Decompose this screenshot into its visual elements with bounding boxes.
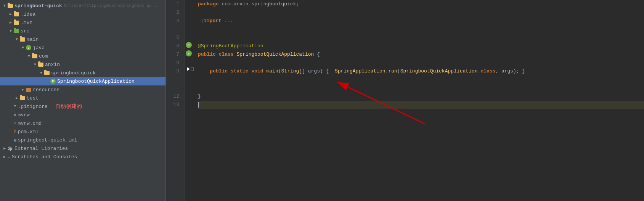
folder-icon-java: J xyxy=(26,45,31,50)
sidebar-item-mvn[interactable]: .mvn xyxy=(0,18,165,27)
tree-arrow-idea xyxy=(8,11,14,17)
sidebar-item-idea[interactable]: .idea xyxy=(0,10,165,18)
line-num-11 xyxy=(166,84,181,92)
folder-icon-mvn xyxy=(14,21,19,25)
sidebar-item-root[interactable]: springboot-quick G:\Java\Y2\SpringBoot\s… xyxy=(0,2,165,10)
tree-arrow-anxin xyxy=(32,61,38,68)
sidebar-item-main[interactable]: main xyxy=(0,35,165,43)
line-numbers: 1 2 3 5 6 7 8 9 12 13 xyxy=(166,0,185,201)
folder-icon-test xyxy=(20,96,25,100)
folder-icon-anxin xyxy=(38,63,43,67)
sidebar-item-gitignore[interactable]: ≡ .gitignore 自动创建的 xyxy=(0,102,165,111)
folder-icon-resources xyxy=(26,88,31,92)
annotation-label: 自动创建的 xyxy=(55,103,82,110)
collapse-import[interactable]: + xyxy=(198,19,202,23)
line-num-2: 2 xyxy=(166,8,181,17)
line-num-4 xyxy=(166,25,181,34)
label-ext-libs: External Libraries xyxy=(14,146,68,151)
line-num-12: 12 xyxy=(166,92,181,101)
sidebar-item-com[interactable]: com xyxy=(0,52,165,60)
label-mvnwcmd: mvnw.cmd xyxy=(18,121,42,126)
sidebar-item-test[interactable]: test xyxy=(0,94,165,102)
folder-icon-root xyxy=(8,4,13,8)
sidebar-item-app-class[interactable]: e SpringbootQuickApplication xyxy=(0,77,165,85)
sidebar-item-ext-libs[interactable]: 📚 External Libraries xyxy=(0,144,165,153)
root-path: G:\Java\Y2\SpringBoot\springboot-qu... xyxy=(64,3,159,8)
tree-arrow-gitignore xyxy=(8,103,14,109)
line-num-6: 6 xyxy=(166,42,181,50)
folder-icon-com xyxy=(32,54,37,58)
folder-icon-springbootquick xyxy=(44,71,50,75)
line-num-7: 7 xyxy=(166,50,181,59)
editor-area[interactable]: 1 2 3 5 6 7 8 9 12 13 ⟳ e xyxy=(166,0,644,201)
label-mvnw: mvnw xyxy=(18,112,30,118)
folder-icon-main xyxy=(20,37,25,42)
sidebar-item-springbootquick[interactable]: springbootquick xyxy=(0,69,165,77)
sidebar-item-src[interactable]: src xyxy=(0,27,165,35)
line-num-13: 13 xyxy=(166,101,181,109)
code-area[interactable]: package com.anxin.springbootquick; + imp… xyxy=(193,0,644,201)
cursor xyxy=(198,102,199,108)
line-num-3: 3 xyxy=(166,17,181,25)
tree-arrow-ext-libs xyxy=(2,145,8,151)
mvnwcmd-icon: ≡ xyxy=(14,121,16,125)
run-button-line9[interactable] xyxy=(186,67,190,71)
sidebar-item-anxin[interactable]: anxin xyxy=(0,60,165,69)
ext-libs-icon: 📚 xyxy=(8,146,13,151)
code-line-13 xyxy=(198,101,644,109)
tree-arrow-app-class xyxy=(44,78,50,84)
tree-arrow-mvn xyxy=(8,19,14,26)
line-num-10 xyxy=(166,76,181,84)
label-scratches: Scratches and Consoles xyxy=(12,154,77,160)
tree-arrow-resources xyxy=(20,87,26,93)
label-gitignore: .gitignore xyxy=(18,104,48,109)
code-line-9: public static void main ( String [] args… xyxy=(198,67,644,76)
line-num-8: 8 xyxy=(166,59,181,67)
root-label: springboot-quick xyxy=(14,3,62,9)
mvnw-icon: ≡ xyxy=(14,113,16,117)
scratches-icon: ✏ xyxy=(8,154,10,159)
label-springbootquick: springbootquick xyxy=(51,70,96,76)
line-num-1: 1 xyxy=(166,0,181,8)
spring-icon-line7[interactable]: e xyxy=(186,50,192,56)
java-class-icon: e xyxy=(50,79,56,84)
code-line-1: package com.anxin.springbootquick; xyxy=(198,0,644,8)
editor-content: 1 2 3 5 6 7 8 9 12 13 ⟳ e xyxy=(166,0,644,201)
label-mvn: .mvn xyxy=(21,20,32,26)
tree-arrow-scratches xyxy=(2,154,8,160)
code-line-10 xyxy=(198,76,644,84)
xml-icon: m xyxy=(14,129,16,134)
code-line-3: + import ... xyxy=(198,17,644,25)
code-line-4 xyxy=(198,25,644,34)
code-line-2 xyxy=(198,8,644,17)
code-line-12: } xyxy=(198,92,644,101)
tree-arrow-main xyxy=(14,36,20,42)
label-src: src xyxy=(21,28,29,34)
label-main: main xyxy=(27,37,39,42)
sidebar-item-resources[interactable]: resources xyxy=(0,85,165,94)
code-line-7: public class SpringbootQuickApplication … xyxy=(198,50,644,59)
label-java: java xyxy=(33,45,45,51)
tree-arrow-com xyxy=(26,53,32,59)
label-resources: resources xyxy=(33,87,59,93)
code-line-5 xyxy=(198,34,644,42)
sidebar-item-mvnwcmd[interactable]: ≡ mvnw.cmd xyxy=(0,119,165,127)
code-line-8 xyxy=(198,59,644,67)
tree-arrow-pomxml xyxy=(8,129,14,135)
label-pomxml: pom.xml xyxy=(18,129,39,135)
sidebar[interactable]: springboot-quick G:\Java\Y2\SpringBoot\s… xyxy=(0,0,166,201)
sidebar-item-mvnw[interactable]: ≡ mvnw xyxy=(0,111,165,119)
sidebar-item-iml[interactable]: ▣ springboot-quick.iml xyxy=(0,136,165,144)
sidebar-item-pomxml[interactable]: m pom.xml xyxy=(0,127,165,136)
label-anxin: anxin xyxy=(45,62,60,68)
line-num-9: 9 xyxy=(166,67,181,76)
folder-icon-src xyxy=(14,29,19,33)
tree-arrow-mvnwcmd xyxy=(8,120,14,126)
tree-arrow-root xyxy=(2,3,8,9)
tree-arrow-src xyxy=(8,28,14,34)
spring-icon-line6[interactable]: ⟳ xyxy=(186,42,192,48)
gutter-area: ⟳ e - xyxy=(185,0,193,201)
sidebar-item-scratches[interactable]: ✏ Scratches and Consoles xyxy=(0,153,165,161)
tree-arrow-mvnw xyxy=(8,112,14,118)
sidebar-item-java[interactable]: J java xyxy=(0,43,165,52)
